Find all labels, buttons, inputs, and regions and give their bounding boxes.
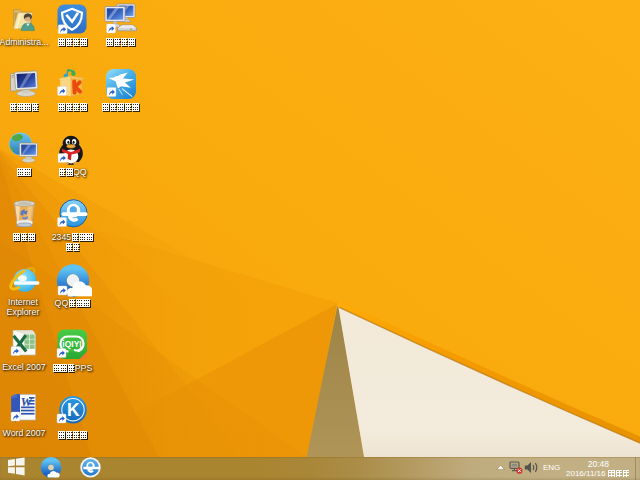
svg-text:K: K bbox=[67, 400, 80, 420]
svg-text:iQIYI: iQIYI bbox=[62, 339, 81, 349]
